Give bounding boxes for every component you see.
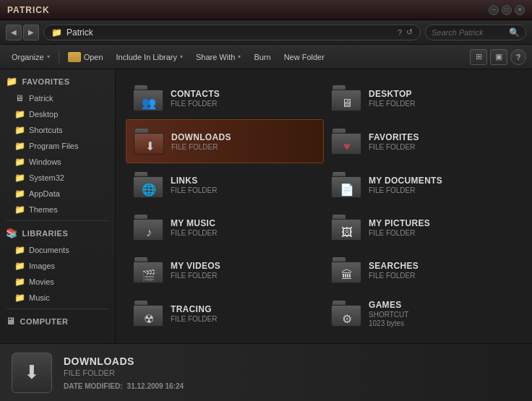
games-type: Shortcut — [369, 311, 408, 319]
sidebar-item-program-files[interactable]: 📁 Program Files — [0, 138, 115, 154]
downloads-name: Downloads — [171, 132, 231, 142]
sidebar-item-images[interactable]: 📁 Images — [0, 258, 115, 274]
search-icon[interactable]: 🔍 — [509, 27, 520, 38]
sidebar-item-windows-label: Windows — [29, 158, 61, 166]
view-list-button[interactable]: ⊞ — [470, 49, 487, 65]
back-button[interactable]: ◀ — [6, 25, 22, 40]
close-button[interactable]: ✕ — [515, 5, 525, 15]
images-icon: 📁 — [14, 261, 25, 271]
open-button[interactable]: Open — [62, 49, 109, 65]
folder-body: ♥ — [331, 133, 361, 155]
view-grid-button[interactable]: ▣ — [490, 49, 507, 65]
sidebar-item-themes[interactable]: 📁 Themes — [0, 202, 115, 217]
shortcuts-icon: 📁 — [14, 125, 25, 135]
windows-icon: 📁 — [14, 157, 25, 167]
searches-info: Searches File folder — [369, 261, 419, 280]
desktop-icon: 🖥 — [337, 93, 357, 113]
computer-section: 🖥 Computer — [0, 312, 115, 330]
status-folder-icon: ⬇ — [24, 361, 40, 384]
sidebar-item-patrick[interactable]: 🖥 Patrick — [0, 90, 115, 106]
games-folder-icon: ⚙ — [331, 301, 361, 327]
favorites-info: Favorites File folder — [369, 132, 419, 151]
sidebar-item-system32[interactable]: 📁 System32 — [0, 170, 115, 186]
burn-button[interactable]: Burn — [248, 50, 276, 64]
sidebar-item-desktop[interactable]: 📁 Desktop — [0, 106, 115, 122]
share-label: Share with — [196, 53, 235, 61]
system32-icon: 📁 — [14, 173, 25, 183]
tracing-info: Tracing File folder — [171, 304, 217, 323]
links-icon: 🌐 — [139, 180, 159, 200]
links-info: Links File folder — [171, 176, 217, 194]
share-arrow: ▾ — [238, 53, 241, 60]
sidebar-item-shortcuts[interactable]: 📁 Shortcuts — [0, 122, 115, 138]
folder-body: 🖼 — [331, 219, 361, 241]
favorites-type: File folder — [369, 143, 419, 151]
sidebar-item-windows[interactable]: 📁 Windows — [0, 154, 115, 170]
toolbar-help-button[interactable]: ? — [510, 49, 526, 65]
sidebar-item-music[interactable]: 📁 Music — [0, 290, 115, 306]
file-item-tracing[interactable]: ☢ Tracing File folder — [126, 292, 324, 336]
sidebar-item-documents[interactable]: 📁 Documents — [0, 242, 115, 258]
program-files-icon: 📁 — [14, 141, 25, 151]
folder-body: ☢ — [133, 305, 163, 327]
favorites-icon: ♥ — [337, 137, 357, 157]
links-folder-icon: 🌐 — [133, 172, 163, 198]
sidebar-item-shortcuts-label: Shortcuts — [29, 126, 62, 134]
libraries-label: Libraries — [22, 229, 69, 238]
my-music-name: My Music — [171, 218, 217, 228]
favorites-folder-icon: ♥ — [331, 129, 361, 155]
file-item-contacts[interactable]: 👥 Contacts File folder — [126, 77, 324, 119]
contacts-type: File folder — [171, 100, 220, 108]
file-item-searches[interactable]: 🏛 Searches File folder — [324, 249, 522, 292]
include-library-button[interactable]: Include in library ▾ — [111, 50, 189, 64]
contacts-name: Contacts — [171, 89, 220, 99]
movies-icon: 📁 — [14, 277, 25, 287]
favorites-header: 📁 Favorites — [0, 72, 115, 90]
links-name: Links — [171, 176, 217, 186]
address-bar: ◀ ▶ 📁 Patrick ? ↺ Search Patrick 🔍 — [0, 20, 532, 45]
window-title: Patrick — [7, 5, 489, 15]
libraries-header: 📚 Libraries — [0, 224, 115, 242]
minimize-button[interactable]: ─ — [489, 5, 499, 15]
main-area: 📁 Favorites 🖥 Patrick 📁 Desktop 📁 Shortc… — [0, 69, 532, 343]
address-field[interactable]: 📁 Patrick ? ↺ — [43, 25, 421, 40]
file-item-desktop[interactable]: 🖥 Desktop File folder — [324, 77, 522, 119]
file-item-favorites[interactable]: ♥ Favorites File folder — [324, 119, 522, 163]
favorites-header-icon: 📁 — [6, 76, 18, 87]
organize-button[interactable]: Organize ▾ — [6, 50, 56, 64]
file-item-my-music[interactable]: ♪ My Music File folder — [126, 206, 324, 249]
file-item-games[interactable]: ⚙ Games Shortcut 1023 bytes — [324, 292, 522, 336]
folder-body: ♪ — [133, 219, 163, 241]
file-item-my-pictures[interactable]: 🖼 My Pictures File folder — [324, 206, 522, 249]
my-documents-info: My Documents File folder — [369, 176, 442, 194]
desktop-name: Desktop — [369, 89, 415, 99]
contacts-info: Contacts File folder — [171, 89, 220, 108]
share-button[interactable]: Share with ▾ — [190, 50, 246, 64]
my-videos-folder-icon: 🎬 — [133, 257, 163, 283]
sidebar-divider-2 — [6, 309, 109, 309]
forward-button[interactable]: ▶ — [23, 25, 39, 40]
favorites-name: Favorites — [369, 132, 419, 142]
contacts-folder-icon: 👥 — [133, 85, 163, 111]
computer-header[interactable]: 🖥 Computer — [0, 312, 115, 330]
address-refresh-icon[interactable]: ↺ — [406, 27, 413, 37]
maximize-button[interactable]: □ — [502, 5, 512, 15]
file-item-my-documents[interactable]: 📄 My Documents File folder — [324, 163, 522, 206]
links-type: File folder — [171, 186, 217, 194]
new-folder-button[interactable]: New Folder — [278, 50, 330, 64]
sidebar-item-movies[interactable]: 📁 Movies — [0, 274, 115, 290]
file-item-links[interactable]: 🌐 Links File folder — [126, 163, 324, 206]
sidebar-item-documents-label: Documents — [29, 246, 69, 254]
folder-body: 👥 — [133, 90, 163, 111]
search-box[interactable]: Search Patrick 🔍 — [425, 25, 526, 40]
sidebar-item-appdata[interactable]: 📁 AppData — [0, 186, 115, 202]
my-pictures-type: File folder — [369, 229, 430, 237]
folder-body: 🎬 — [133, 262, 163, 283]
file-grid: 👥 Contacts File folder 🖥 Desktop File fo… — [116, 69, 532, 343]
address-help-icon[interactable]: ? — [398, 28, 402, 37]
file-item-downloads[interactable]: ⬇ Downloads File folder — [126, 119, 324, 163]
toolbar-right: ⊞ ▣ ? — [470, 49, 526, 65]
tracing-icon: ☢ — [139, 309, 159, 329]
downloads-icon: ⬇ — [140, 137, 160, 157]
file-item-my-videos[interactable]: 🎬 My Videos File folder — [126, 249, 324, 292]
